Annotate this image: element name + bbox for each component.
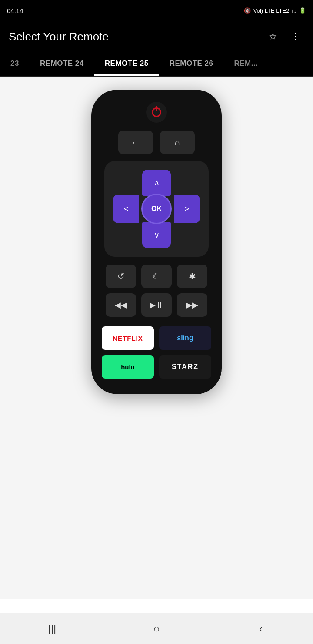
power-button[interactable] xyxy=(146,102,167,123)
tab-remote-25[interactable]: REMOTE 25 xyxy=(94,52,159,76)
more-options-button[interactable]: ⋮ xyxy=(287,28,304,45)
dpad-container: ∧ ∨ < > OK xyxy=(104,161,209,257)
nav-back-button[interactable]: ‹ xyxy=(248,616,274,642)
status-icons: 🔇 Vol) LTE LTE2 ↑↓ 🔋 xyxy=(244,7,306,14)
tab-remote-27[interactable]: REM... xyxy=(224,52,269,76)
tab-remote-26[interactable]: REMOTE 26 xyxy=(159,52,224,76)
mute-icon: 🔇 xyxy=(244,7,251,14)
media-row: ◀◀ ▶⏸ ▶▶ xyxy=(106,293,207,317)
tab-bar: 23 REMOTE 24 REMOTE 25 REMOTE 26 REM... xyxy=(0,52,313,77)
back-home-row: ← ⌂ xyxy=(100,131,213,154)
tab-remote-24[interactable]: REMOTE 24 xyxy=(30,52,94,76)
play-pause-button[interactable]: ▶⏸ xyxy=(141,293,172,317)
sleep-button[interactable]: ☾ xyxy=(141,265,172,288)
nav-recents-button[interactable]: ||| xyxy=(39,616,65,642)
hulu-button[interactable]: hulu xyxy=(102,355,154,379)
signal-icon: Vol) LTE LTE2 ↑↓ xyxy=(253,7,296,14)
dpad: ∧ ∨ < > OK xyxy=(113,170,200,248)
dpad-up-button[interactable]: ∧ xyxy=(142,170,171,196)
control-row: ↺ ☾ ✱ xyxy=(106,265,207,288)
remote-control: ← ⌂ ∧ ∨ < > OK xyxy=(91,90,222,394)
star-button[interactable]: ☆ xyxy=(264,28,282,45)
starz-button[interactable]: STARZ xyxy=(159,355,211,379)
home-button[interactable]: ⌂ xyxy=(160,131,195,154)
app-bar: Select Your Remote ☆ ⋮ xyxy=(0,21,313,52)
nav-home-button[interactable]: ○ xyxy=(143,616,170,642)
tab-remote-23[interactable]: 23 xyxy=(0,52,30,76)
back-button[interactable]: ← xyxy=(118,131,153,154)
dpad-down-button[interactable]: ∨ xyxy=(142,222,171,248)
power-icon xyxy=(152,107,161,117)
sling-button[interactable]: sling xyxy=(159,326,211,350)
replay-button[interactable]: ↺ xyxy=(106,265,136,288)
status-time: 04:14 xyxy=(7,7,23,14)
dpad-left-button[interactable]: < xyxy=(113,195,139,223)
service-buttons-grid: NETFLIX sling hulu STARZ xyxy=(100,326,213,379)
navigation-bar: ||| ○ ‹ xyxy=(0,613,313,644)
rewind-button[interactable]: ◀◀ xyxy=(106,293,136,317)
dpad-right-button[interactable]: > xyxy=(174,195,200,223)
netflix-button[interactable]: NETFLIX xyxy=(102,326,154,350)
main-content: ← ⌂ ∧ ∨ < > OK xyxy=(0,77,313,599)
fast-forward-button[interactable]: ▶▶ xyxy=(177,293,207,317)
options-button[interactable]: ✱ xyxy=(177,265,207,288)
status-bar: 04:14 🔇 Vol) LTE LTE2 ↑↓ 🔋 xyxy=(0,0,313,21)
battery-icon: 🔋 xyxy=(299,7,306,14)
page-title: Select Your Remote xyxy=(9,30,259,44)
dpad-ok-button[interactable]: OK xyxy=(141,194,172,224)
